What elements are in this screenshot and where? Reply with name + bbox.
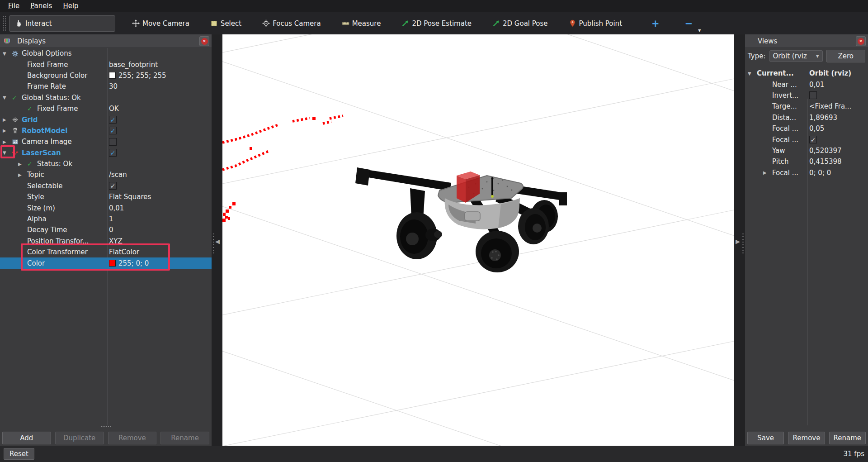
property-value-cell: 0,01 [807,81,868,89]
checkbox[interactable]: ✓ [109,116,117,124]
displays-resize-handle[interactable] [100,425,111,428]
3d-viewport[interactable] [222,34,734,446]
displays-row-topic[interactable]: ▶Topic/scan [0,169,212,180]
tool-focus-camera[interactable]: Focus Camera [256,15,326,32]
menu-help[interactable]: Help [58,1,83,11]
views-rename-button[interactable]: Rename [829,432,866,444]
tool-label: 2D Goal Pose [503,19,548,28]
view-type-dropdown[interactable]: Orbit (rviz ▼ [769,50,823,62]
toolbar-overflow-arrow[interactable]: ▾ [698,27,701,34]
displays-row-color-transformer[interactable]: Color TransformerFlatColor [0,247,212,257]
displays-row-position-transformer[interactable]: Position Transfor...XYZ [0,236,212,247]
checkbox[interactable]: ✓ [809,136,817,143]
checkbox[interactable] [109,138,117,146]
splitter-grip[interactable] [212,233,215,254]
collapse-arrow-icon[interactable]: ▶ [3,128,12,133]
select-icon [210,19,218,27]
views-row-pitch[interactable]: Pitch0,415398 [745,156,868,167]
views-row-focal-shape-fixed[interactable]: Focal ...✓ [745,134,868,145]
displays-row-color[interactable]: Color255; 0; 0 [0,257,212,268]
views-row-focal-shape-size[interactable]: Focal ...0,05 [745,123,868,134]
displays-row-style[interactable]: StyleFlat Squares [0,191,212,202]
collapse-left-icon[interactable]: ◀ [215,238,220,245]
displays-row-laser-scan[interactable]: ▼LaserScan✓ [0,148,212,158]
tool-label: Measure [352,19,381,28]
toolbar-drag-handle[interactable] [3,15,6,32]
displays-row-fixed-frame[interactable]: Fixed Framebase_footprint [0,59,212,70]
tool-2d-goal-pose[interactable]: 2D Goal Pose [486,15,554,32]
views-save-button[interactable]: Save [747,432,784,444]
views-remove-button[interactable]: Remove [788,432,825,444]
tool-move-camera[interactable]: Move Camera [126,15,195,32]
displays-row-selectable[interactable]: Selectable✓ [0,181,212,191]
expand-arrow-icon[interactable]: ▼ [3,51,12,56]
displays-row-global-status[interactable]: ▼✓Global Status: Ok [0,92,212,103]
expand-arrow-icon[interactable]: ▼ [3,150,12,155]
collapse-arrow-icon[interactable]: ▶ [3,117,12,122]
robot-icon [12,127,22,134]
tool-2d-pose-estimate[interactable]: 2D Pose Estimate [396,15,477,32]
checkbox[interactable]: ✓ [109,127,117,134]
toolbar: InteractMove CameraSelectFocus CameraMea… [0,12,868,34]
displays-row-decay-time[interactable]: Decay Time0 [0,224,212,235]
right-splitter[interactable]: ▶ [734,34,745,446]
expand-arrow-icon[interactable]: ▼ [3,95,12,100]
displays-row-fixed-frame-status[interactable]: ✓Fixed FrameOK [0,103,212,114]
displays-row-camera-image[interactable]: ▶Camera Image [0,136,212,147]
property-label-cell: Frame Rate [0,81,107,92]
collapse-arrow-icon[interactable]: ▶ [18,162,27,167]
expand-arrow-icon[interactable]: ▼ [748,71,757,76]
displays-row-background-color[interactable]: Background Color255; 255; 255 [0,70,212,81]
property-label-cell: Alpha [0,214,107,224]
tool-label: Select [221,19,241,28]
tool-publish-point[interactable]: Publish Point [563,15,628,32]
property-label-cell: ▼Global Options [0,48,107,59]
displays-row-laser-status[interactable]: ▶✓Status: Ok [0,158,212,169]
property-value-cell: 255; 255; 255 [107,71,212,80]
displays-close-button[interactable]: ✕ [199,36,209,46]
left-splitter[interactable]: ◀ [212,34,222,446]
zero-button[interactable]: Zero [826,50,865,62]
property-value: 0,01 [809,81,824,89]
checkbox[interactable] [809,91,817,99]
views-row-invert-z-axis[interactable]: Invert... [745,90,868,101]
tool-measure[interactable]: Measure [336,15,387,32]
color-swatch[interactable] [109,72,116,79]
displays-row-alpha[interactable]: Alpha1 [0,214,212,224]
close-icon: ✕ [201,38,208,45]
add-tool-button[interactable]: + [647,18,664,29]
property-label: Current... [757,69,794,77]
displays-row-global-options[interactable]: ▼Global Options [0,48,212,59]
remove-tool-button[interactable]: − [680,18,698,29]
collapse-right-icon[interactable]: ▶ [736,238,740,245]
views-panel-title: Views [758,37,777,45]
tool-select[interactable]: Select [204,15,247,32]
reset-button[interactable]: Reset [4,448,34,460]
property-label: Global Status: Ok [22,94,81,102]
displays-row-frame-rate[interactable]: Frame Rate30 [0,81,212,92]
views-row-yaw[interactable]: Yaw0,520397 [745,145,868,156]
checkbox[interactable]: ✓ [109,149,117,157]
property-label: Decay Time [27,226,67,234]
menu-file[interactable]: File [4,1,24,11]
views-row-distance[interactable]: Dista...1,89693 [745,112,868,123]
collapse-arrow-icon[interactable]: ▶ [3,139,12,144]
splitter-grip[interactable] [742,233,744,254]
views-row-near-clip[interactable]: Near ...0,01 [745,79,868,90]
displays-row-size-m[interactable]: Size (m)0,01 [0,202,212,213]
property-value-cell: OK [107,105,212,113]
color-swatch[interactable] [109,260,116,267]
collapse-arrow-icon[interactable]: ▶ [763,170,772,175]
views-row-focal-point[interactable]: ▶Focal ...0; 0; 0 [745,167,868,178]
views-close-button[interactable]: ✕ [856,36,866,46]
checkbox[interactable]: ✓ [109,182,117,190]
displays-row-grid[interactable]: ▶Grid✓ [0,114,212,125]
views-row-target-frame[interactable]: Targe...<Fixed Fra... [745,101,868,112]
views-row-current-view[interactable]: ▼Current...Orbit (rviz) [745,68,868,79]
menu-panels[interactable]: Panels [26,1,57,11]
property-label-cell: ▶Camera Image [0,136,107,147]
displays-add-button[interactable]: Add [2,432,51,444]
displays-row-robot-model[interactable]: ▶RobotModel✓ [0,125,212,136]
tool-interact[interactable]: Interact [9,15,115,32]
collapse-arrow-icon[interactable]: ▶ [18,172,27,177]
